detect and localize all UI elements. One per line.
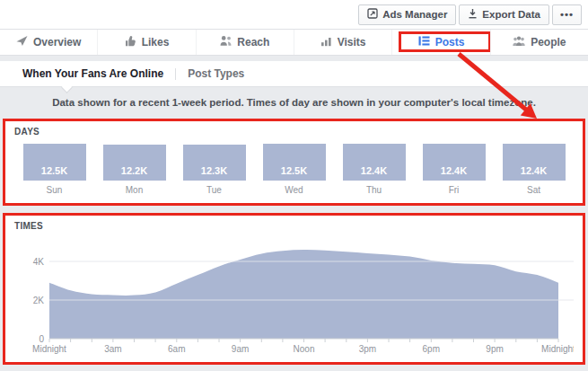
times-annotation-box: TIMES 02K4KMidnight3am6am9amNoon3pm6pm9p… bbox=[3, 213, 585, 365]
day-bar[interactable]: 12.2K bbox=[103, 145, 166, 181]
times-panel: TIMES 02K4KMidnight3am6am9amNoon3pm6pm9p… bbox=[5, 216, 583, 362]
tab-label: Reach bbox=[237, 36, 269, 49]
tab-label: Visits bbox=[338, 36, 366, 49]
day-bar[interactable]: 12.3K bbox=[183, 145, 246, 181]
times-area-chart[interactable]: 02K4KMidnight3am6am9amNoon3pm6pm9pmMidni… bbox=[14, 238, 574, 360]
svg-text:Midnight: Midnight bbox=[541, 344, 574, 354]
tab-people[interactable]: People bbox=[490, 30, 588, 55]
reach-people-icon bbox=[220, 35, 232, 49]
posts-list-icon bbox=[418, 35, 430, 49]
day-column: 12.2KMon bbox=[94, 144, 174, 195]
day-column: 12.3KTue bbox=[174, 144, 254, 195]
times-section-title: TIMES bbox=[14, 221, 574, 231]
ads-manager-button[interactable]: Ads Manager bbox=[358, 4, 456, 25]
tab-label: Likes bbox=[142, 36, 170, 49]
day-label: Mon bbox=[126, 185, 143, 195]
tab-label: Posts bbox=[435, 36, 465, 49]
day-column: 12.5KSun bbox=[14, 144, 94, 195]
svg-text:3am: 3am bbox=[104, 344, 121, 354]
day-bar[interactable]: 12.5K bbox=[23, 144, 86, 181]
tab-reach[interactable]: Reach bbox=[196, 30, 294, 55]
ads-manager-icon bbox=[367, 8, 378, 21]
day-label: Wed bbox=[285, 185, 303, 195]
day-column: 12.4KSat bbox=[494, 144, 574, 195]
svg-text:9pm: 9pm bbox=[486, 344, 503, 354]
top-toolbar: Ads Manager Export Data ••• bbox=[0, 0, 588, 30]
insights-page: Ads Manager Export Data ••• Overview Lik… bbox=[0, 0, 588, 371]
day-bar[interactable]: 12.4K bbox=[343, 144, 406, 181]
svg-text:Midnight: Midnight bbox=[32, 344, 66, 354]
day-bar[interactable]: 12.4K bbox=[423, 144, 486, 181]
tab-label: Overview bbox=[33, 36, 81, 49]
svg-text:3pm: 3pm bbox=[359, 344, 376, 354]
subnav-post-types[interactable]: Post Types bbox=[188, 67, 244, 80]
day-column: 12.4KThu bbox=[334, 144, 414, 195]
posts-subnav: When Your Fans Are Online Post Types bbox=[0, 61, 588, 87]
day-label: Fri bbox=[449, 185, 460, 195]
day-label: Sun bbox=[47, 185, 63, 195]
ads-manager-label: Ads Manager bbox=[382, 9, 447, 20]
days-row: 12.5KSun12.2KMon12.3KTue12.5KWed12.4KThu… bbox=[14, 144, 574, 195]
tab-overview[interactable]: Overview bbox=[0, 30, 97, 55]
overview-icon bbox=[16, 35, 28, 49]
day-column: 12.5KWed bbox=[254, 144, 334, 195]
days-section-title: DAYS bbox=[14, 127, 574, 137]
timezone-description: Data shown for a recent 1-week period. T… bbox=[0, 97, 588, 108]
day-column: 12.4KFri bbox=[414, 144, 494, 195]
insights-tab-bar: Overview Likes Reach Visits Posts bbox=[0, 30, 588, 56]
days-panel: DAYS 12.5KSun12.2KMon12.3KTue12.5KWed12.… bbox=[5, 121, 583, 203]
subnav-divider bbox=[175, 68, 176, 80]
svg-text:4K: 4K bbox=[33, 257, 45, 267]
bar-chart-icon bbox=[320, 35, 332, 49]
svg-text:6am: 6am bbox=[168, 344, 185, 354]
svg-text:9am: 9am bbox=[232, 344, 249, 354]
day-label: Sat bbox=[527, 185, 540, 195]
svg-text:Noon: Noon bbox=[294, 344, 315, 354]
subnav-when-fans-online[interactable]: When Your Fans Are Online bbox=[22, 67, 163, 80]
day-label: Thu bbox=[366, 185, 382, 195]
day-label: Tue bbox=[206, 185, 222, 195]
active-subnav-notch bbox=[61, 82, 73, 93]
tab-label: People bbox=[531, 36, 566, 49]
tab-visits[interactable]: Visits bbox=[294, 30, 391, 55]
people-group-icon bbox=[513, 35, 525, 49]
more-icon: ••• bbox=[560, 9, 574, 20]
download-icon bbox=[468, 8, 478, 21]
days-annotation-box: DAYS 12.5KSun12.2KMon12.3KTue12.5KWed12.… bbox=[3, 119, 585, 206]
day-bar[interactable]: 12.4K bbox=[503, 144, 566, 181]
svg-text:6pm: 6pm bbox=[423, 344, 440, 354]
svg-text:0: 0 bbox=[39, 334, 44, 344]
thumbs-up-icon bbox=[125, 35, 136, 49]
more-options-button[interactable]: ••• bbox=[552, 4, 582, 25]
export-data-label: Export Data bbox=[482, 9, 540, 20]
svg-text:2K: 2K bbox=[33, 296, 45, 305]
tab-posts[interactable]: Posts bbox=[391, 30, 489, 55]
tab-likes[interactable]: Likes bbox=[97, 30, 195, 55]
day-bar[interactable]: 12.5K bbox=[263, 144, 326, 181]
export-data-button[interactable]: Export Data bbox=[459, 4, 549, 25]
